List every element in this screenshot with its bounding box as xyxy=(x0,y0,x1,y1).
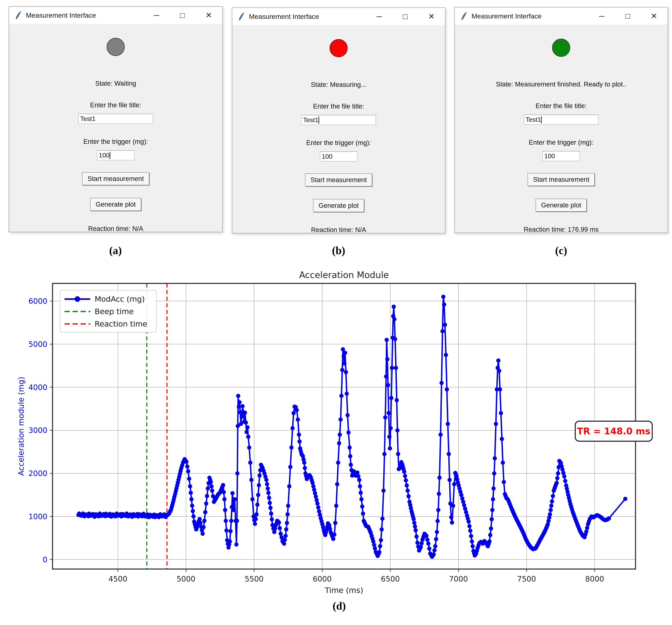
svg-text:6000: 6000 xyxy=(313,575,332,583)
x-tick-labels: 45005000550060006500700075008000 xyxy=(109,575,604,583)
svg-text:ModAcc (mg): ModAcc (mg) xyxy=(95,295,145,303)
y-tick-labels: 0100020003000400050006000 xyxy=(28,297,47,564)
svg-text:4500: 4500 xyxy=(109,575,127,583)
svg-text:2000: 2000 xyxy=(28,469,47,478)
svg-text:5000: 5000 xyxy=(28,340,47,349)
svg-text:5000: 5000 xyxy=(177,575,195,583)
svg-text:0: 0 xyxy=(43,555,47,564)
svg-text:4000: 4000 xyxy=(28,383,47,392)
svg-text:Beep time: Beep time xyxy=(95,307,134,316)
y-axis-label: Acceleration module (mg) xyxy=(17,377,25,476)
svg-text:Reaction time: Reaction time xyxy=(95,320,147,328)
svg-text:8000: 8000 xyxy=(585,575,604,583)
x-axis-label: Time (ms) xyxy=(325,586,363,595)
svg-text:6500: 6500 xyxy=(381,575,400,583)
svg-text:6000: 6000 xyxy=(28,297,47,305)
legend: ModAcc (mg)Beep timeReaction time xyxy=(60,290,157,332)
svg-text:TR = 148.0 ms: TR = 148.0 ms xyxy=(577,426,650,437)
svg-text:3000: 3000 xyxy=(28,426,47,435)
svg-text:7000: 7000 xyxy=(449,575,468,583)
svg-text:1000: 1000 xyxy=(28,512,47,521)
svg-text:7500: 7500 xyxy=(517,575,536,583)
tr-annotation: TR = 148.0 ms xyxy=(575,421,652,441)
svg-text:5500: 5500 xyxy=(245,575,263,583)
acceleration-module-chart: 4500500055006000650070007500800001000200… xyxy=(0,0,672,625)
chart-title: Acceleration Module xyxy=(299,270,389,280)
